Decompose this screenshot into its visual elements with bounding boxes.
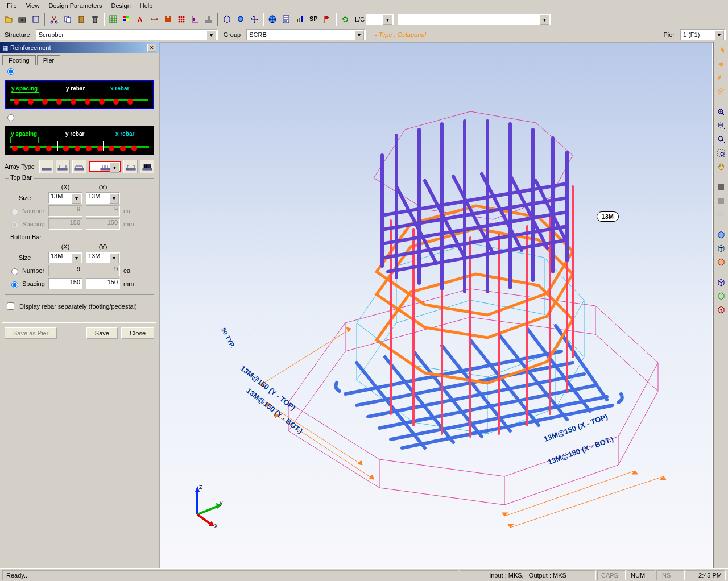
type-label: - Type : Octagonal (375, 31, 426, 38)
shade-2-icon[interactable] (715, 194, 727, 207)
wireframe-2-icon[interactable] (715, 290, 727, 302)
tab-pier[interactable]: Pier (37, 55, 61, 65)
view-iso-icon[interactable] (715, 85, 727, 98)
cube-2-icon[interactable] (715, 242, 727, 255)
view-right-icon[interactable] (715, 72, 727, 84)
group-combo[interactable]: SCRB (246, 29, 366, 40)
cube-1-icon[interactable] (715, 229, 727, 241)
report-icon[interactable] (280, 13, 292, 26)
section-icon[interactable] (189, 13, 201, 26)
reinforcement-panel: ▦ Reinforcement ✕ Footing Pier y spacing… (0, 42, 159, 570)
array-type-1[interactable] (39, 160, 53, 173)
chart-icon[interactable] (293, 13, 306, 26)
bot-size-label: Size (9, 254, 45, 261)
close-button[interactable]: Close (121, 327, 154, 339)
zoom-window-icon[interactable] (715, 147, 727, 159)
close-icon[interactable]: ✕ (147, 44, 156, 52)
svg-rect-34 (297, 19, 298, 22)
rebar-layout-diagram-2[interactable]: y spacing y rebar x rebar || (5, 126, 154, 155)
zoom-out-icon[interactable] (715, 119, 727, 132)
top-number-radio (11, 209, 18, 215)
bot-spacing-x-input[interactable]: 150 (48, 278, 82, 289)
top-size-y-select[interactable]: 13M (86, 192, 120, 204)
zoom-fit-icon[interactable] (715, 133, 727, 146)
svg-rect-35 (299, 18, 300, 22)
view-top-icon[interactable] (715, 58, 727, 70)
array-type-6[interactable] (140, 160, 154, 173)
colors-icon[interactable] (121, 13, 133, 26)
structure-label: Structure (2, 31, 32, 38)
sp-icon[interactable]: SP (307, 13, 320, 26)
bot-size-y-select[interactable]: 13M (86, 252, 120, 263)
refresh-icon[interactable] (339, 13, 351, 26)
delete-icon[interactable] (89, 13, 101, 26)
flag-icon[interactable] (321, 13, 333, 26)
wireframe-1-icon[interactable] (715, 276, 727, 289)
main-toolbar: A SP L/C (0, 11, 728, 27)
tab-footing[interactable]: Footing (2, 55, 36, 65)
array-type-label: Array Type (5, 163, 37, 170)
array-type-5[interactable] (123, 160, 138, 173)
menu-view[interactable]: View (22, 2, 44, 9)
svg-point-3 (51, 21, 53, 23)
move-icon[interactable] (248, 13, 260, 26)
pier-combo[interactable]: 1 (F1) (680, 29, 726, 40)
svg-rect-28 (193, 18, 195, 21)
globe-icon[interactable] (266, 13, 279, 26)
display-rebar-checkbox[interactable] (7, 302, 14, 310)
dimension-icon[interactable] (148, 13, 160, 26)
bot-number-x-input: 9 (48, 265, 82, 276)
array-type-3[interactable] (72, 160, 86, 173)
status-num: NUM (627, 570, 655, 580)
structure-combo[interactable]: Scrubber (36, 29, 218, 40)
svg-rect-2 (33, 16, 39, 22)
menu-design-parameters[interactable]: Design Parameters (44, 2, 106, 9)
rebar-grid-icon[interactable] (175, 13, 188, 26)
shade-1-icon[interactable] (715, 181, 727, 193)
menu-help[interactable]: Help (135, 2, 158, 9)
pier-label: Pier (661, 31, 677, 38)
bot-spacing-y-input[interactable]: 150 (86, 278, 120, 289)
svg-point-4 (55, 21, 57, 23)
bot-size-x-select[interactable]: 13M (48, 252, 82, 263)
paste-icon[interactable] (75, 13, 88, 26)
rebar-layout-radio-2[interactable] (7, 114, 14, 121)
status-bar: Ready... Input : MKS, Output : MKS CAPS … (0, 568, 728, 581)
svg-text:A: A (138, 16, 142, 23)
open-icon[interactable] (2, 13, 15, 26)
bot-number-radio[interactable] (11, 268, 18, 275)
rebar-layout-radio-1[interactable] (7, 68, 14, 75)
shade-3-icon[interactable] (715, 208, 727, 221)
text-icon[interactable]: A (134, 13, 147, 26)
svg-rect-9 (93, 16, 97, 18)
array-type-2[interactable] (56, 160, 70, 173)
status-units: Input : MKS, Output : MKS (460, 570, 596, 580)
column-icon[interactable] (162, 13, 174, 26)
lc-combo[interactable] (398, 14, 551, 25)
array-type-4[interactable] (89, 161, 122, 172)
iso-view-icon[interactable] (234, 13, 247, 26)
3d-view-icon[interactable] (221, 13, 233, 26)
bottom-bar-group: Bottom Bar (X)(Y) Size 13M 13M Number 9 … (5, 238, 154, 295)
group-label: Group (221, 31, 243, 38)
menu-design[interactable]: Design (107, 2, 135, 9)
rebar-layout-diagram-1[interactable]: y spacing y rebar x rebar || (5, 80, 154, 109)
camera-icon[interactable] (16, 13, 28, 26)
menu-file[interactable]: File (2, 2, 22, 9)
cut-icon[interactable] (48, 13, 60, 26)
3d-viewport[interactable]: 13M 13M@150 (X - TOP) 13M@150 (X - BOT.)… (159, 42, 713, 570)
top-size-x-select[interactable]: 13M (48, 192, 82, 204)
foundation-icon[interactable] (202, 13, 215, 26)
pan-icon[interactable] (715, 160, 727, 173)
cube-3-icon[interactable] (715, 256, 727, 268)
view-front-icon[interactable] (715, 44, 727, 57)
svg-rect-17 (167, 18, 169, 22)
bot-spacing-radio[interactable] (11, 281, 18, 288)
copy-icon[interactable] (61, 13, 74, 26)
zoom-in-icon[interactable] (715, 106, 727, 118)
snap-icon[interactable] (30, 13, 42, 26)
lc-small-combo[interactable] (366, 14, 394, 25)
wireframe-3-icon[interactable] (715, 304, 727, 316)
grid-icon[interactable] (107, 13, 119, 26)
save-button[interactable]: Save (86, 327, 118, 339)
